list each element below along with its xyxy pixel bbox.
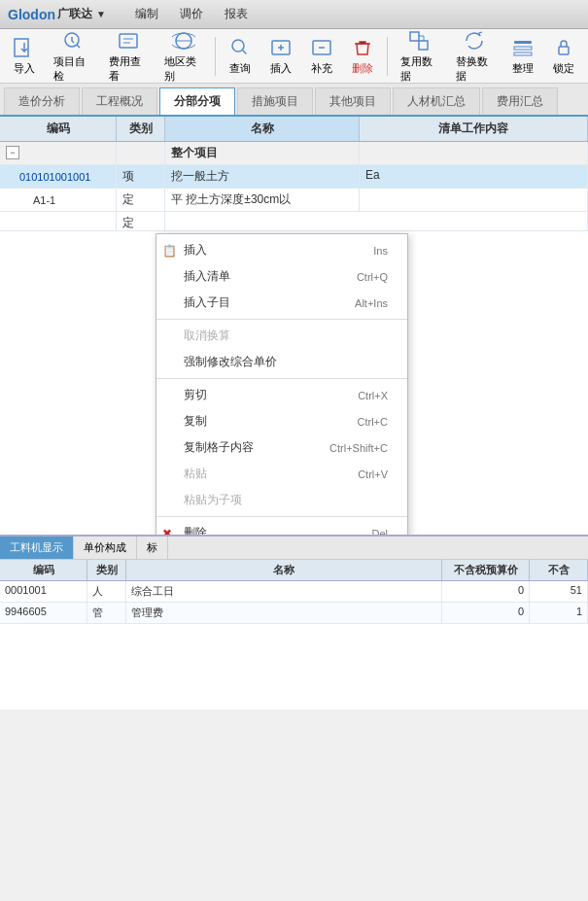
self-check-icon — [61, 29, 85, 52]
cm-cut[interactable]: 剪切 Ctrl+X — [156, 382, 407, 408]
nav-edit[interactable]: 编制 — [125, 4, 168, 24]
delete-label: 删除 — [352, 61, 373, 76]
svg-rect-9 — [410, 32, 419, 41]
cm-insert-list-shortcut: Ctrl+Q — [357, 271, 388, 283]
col-header-type: 类别 — [117, 117, 165, 141]
cm-insert[interactable]: 📋 插入 Ins — [156, 237, 407, 263]
cm-sep-1 — [156, 319, 407, 320]
bottom-cell-code-1: 9946605 — [0, 603, 87, 623]
cm-cut-shortcut: Ctrl+X — [358, 390, 388, 401]
svg-rect-11 — [514, 41, 532, 44]
cm-copy-cell[interactable]: 复制格子内容 Ctrl+Shift+C — [156, 434, 407, 461]
region-type-button[interactable]: 地区类别 — [157, 25, 209, 87]
logo-arrow[interactable]: ▼ — [96, 9, 106, 19]
import-button[interactable]: 导入 — [6, 32, 43, 80]
bottom-cell-type-0: 人 — [87, 581, 126, 602]
expand-btn-0[interactable]: － — [6, 146, 19, 159]
cm-force-price[interactable]: 强制修改综合单价 — [156, 349, 407, 375]
cm-delete[interactable]: ✖ 删除 Del — [156, 520, 407, 535]
bottom-col-code: 编码 — [0, 560, 87, 580]
fee-view-button[interactable]: 费用查看 — [102, 25, 154, 87]
bottom-row-0[interactable]: 0001001 人 综合工日 0 51 — [0, 581, 588, 603]
cm-insert-sub[interactable]: 插入子目 Alt+Ins — [156, 290, 407, 316]
cm-insert-icon: 📋 — [162, 244, 177, 258]
cm-copy-label: 复制 — [184, 413, 207, 430]
fee-view-icon — [117, 29, 140, 52]
nav-price[interactable]: 调价 — [170, 4, 213, 24]
svg-rect-14 — [559, 47, 569, 54]
query-icon — [228, 36, 252, 59]
region-type-label: 地区类别 — [164, 54, 202, 84]
cm-copy-cell-shortcut: Ctrl+Shift+C — [329, 442, 388, 454]
svg-point-6 — [232, 40, 244, 52]
svg-rect-12 — [514, 47, 532, 50]
delete-button[interactable]: 删除 — [344, 32, 381, 80]
supplement-label: 补充 — [311, 61, 332, 76]
insert-button[interactable]: 插入 — [262, 32, 299, 80]
cell-content-1: Ea — [360, 165, 588, 188]
cm-copy[interactable]: 复制 Ctrl+C — [156, 408, 407, 434]
self-check-label: 项目自检 — [53, 54, 91, 84]
bottom-row-1[interactable]: 9946605 管 管理费 0 1 — [0, 603, 588, 624]
cell-name-1: 挖一般土方 — [165, 165, 360, 188]
import-icon — [13, 36, 36, 59]
cm-cancel-calc-label: 取消换算 — [184, 328, 230, 344]
bottom-tab-unit-price[interactable]: 单价构成 — [74, 537, 137, 559]
query-label: 查询 — [229, 61, 251, 76]
cm-delete-shortcut: Del — [371, 528, 388, 536]
logo-glodon: Glodon — [8, 7, 55, 22]
nav-menu: 编制 调价 报表 — [125, 4, 258, 24]
cm-paste-label: 粘贴 — [184, 466, 207, 482]
bottom-cell-price-1: 0 — [442, 603, 530, 623]
col-header-code: 编码 — [0, 117, 117, 141]
query-button[interactable]: 查询 — [222, 32, 259, 80]
supplement-button[interactable]: 补充 — [303, 32, 340, 80]
table-row-project[interactable]: － 整个项目 — [0, 142, 588, 165]
cm-copy-cell-label: 复制格子内容 — [184, 439, 254, 456]
organize-button[interactable]: 整理 — [504, 32, 541, 80]
replace-data-button[interactable]: 替换数据 — [449, 25, 501, 87]
bottom-col-price: 不含税预算价 — [442, 560, 530, 580]
insert-icon — [269, 36, 293, 59]
bottom-col-other: 不含 — [530, 560, 588, 580]
tab-other-items[interactable]: 其他项目 — [315, 87, 391, 115]
lock-button[interactable]: 锁定 — [545, 32, 582, 80]
table-row-item1[interactable]: 010101001001 项 挖一般土方 Ea — [0, 165, 588, 189]
cell-type-2: 定 — [117, 189, 165, 211]
bottom-tab-labor[interactable]: 工料机显示 — [0, 537, 74, 559]
bottom-tab-mark[interactable]: 标 — [137, 537, 168, 559]
tab-project-overview[interactable]: 工程概况 — [82, 87, 157, 115]
cm-copy-shortcut: Ctrl+C — [358, 416, 388, 428]
nav-report[interactable]: 报表 — [215, 4, 258, 24]
organize-label: 整理 — [512, 61, 534, 76]
cm-insert-list[interactable]: 插入清单 Ctrl+Q — [156, 263, 407, 290]
tab-fee-summary[interactable]: 费用汇总 — [482, 87, 558, 115]
cm-cancel-calc: 取消换算 — [156, 323, 407, 349]
cm-sep-3 — [156, 516, 407, 517]
bottom-table-header: 编码 类别 名称 不含税预算价 不含 — [0, 560, 588, 581]
cm-paste-sub-label: 粘贴为子项 — [184, 492, 242, 508]
bottom-tab-bar: 工料机显示 单价构成 标 — [0, 537, 588, 560]
cell-type-0 — [117, 142, 165, 164]
region-type-icon — [172, 29, 195, 52]
tab-cost-analysis[interactable]: 造价分析 — [4, 87, 80, 115]
insert-label: 插入 — [270, 61, 292, 76]
tab-labor-summary[interactable]: 人材机汇总 — [393, 87, 480, 115]
tab-measures[interactable]: 措施项目 — [237, 87, 313, 115]
cm-sep-2 — [156, 378, 407, 379]
lock-icon — [552, 36, 575, 59]
cm-force-price-label: 强制修改综合单价 — [184, 354, 277, 370]
app-logo: Glodon 广联达 ▼ — [8, 6, 106, 22]
cm-paste-shortcut: Ctrl+V — [358, 468, 388, 480]
self-check-button[interactable]: 项目自检 — [47, 25, 98, 87]
reuse-icon — [407, 29, 431, 52]
cell-code-2: A1-1 — [0, 189, 117, 211]
tab-section-items[interactable]: 分部分项 — [159, 87, 235, 115]
col-header-name: 名称 — [165, 117, 360, 141]
table-row-item2[interactable]: A1-1 定 平 挖土方深度±30cm以 — [0, 189, 588, 212]
toolbar-divider-1 — [215, 37, 216, 76]
cm-insert-sub-label: 插入子目 — [184, 295, 230, 311]
context-menu: 📋 插入 Ins 插入清单 Ctrl+Q 插入子目 Alt+Ins 取消换算 强… — [156, 233, 408, 535]
reuse-data-button[interactable]: 复用数据 — [394, 25, 445, 87]
bottom-cell-type-1: 管 — [87, 603, 126, 623]
